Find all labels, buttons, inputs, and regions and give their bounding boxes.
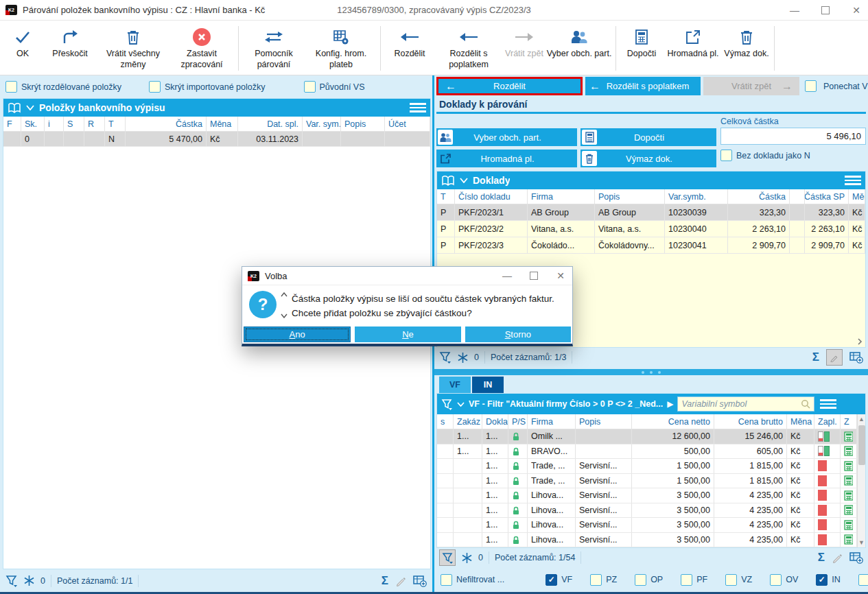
col-r[interactable]: R xyxy=(84,117,105,131)
col-t[interactable]: T xyxy=(105,117,126,131)
scrollbar-thumb[interactable] xyxy=(858,425,865,465)
col-castka[interactable]: Částka xyxy=(728,189,790,204)
col-firma[interactable]: Firma xyxy=(528,414,576,429)
bank-item-row[interactable]: 0 N 5 470,00 Kč 03.11.2023 xyxy=(3,132,430,147)
col-dat-spl[interactable]: Dat. spl. xyxy=(238,117,303,131)
undo-action-button[interactable]: Vrátit zpět → xyxy=(703,77,799,95)
pz-checkbox[interactable] xyxy=(590,574,602,586)
table-menu-icon[interactable] xyxy=(845,176,861,185)
filter-icon[interactable] xyxy=(439,351,451,364)
select-partner-button[interactable]: Vyber obch. part. xyxy=(546,23,612,73)
edit-icon[interactable] xyxy=(832,552,843,563)
no-document-as-n-checkbox[interactable] xyxy=(720,150,732,161)
filter-icon[interactable] xyxy=(441,399,453,410)
cancel-button[interactable]: Storno xyxy=(465,326,571,342)
pd-checkbox[interactable] xyxy=(858,574,868,586)
col-i[interactable]: i xyxy=(45,117,64,131)
col-ps[interactable]: P/S xyxy=(508,414,528,429)
revert-all-button[interactable]: Vrátit všechny změny xyxy=(97,23,169,73)
play-icon[interactable]: ▶ xyxy=(667,399,673,409)
minimize-button[interactable]: — xyxy=(788,5,801,16)
delete-document-action-button[interactable]: Výmaz dok. xyxy=(580,150,716,167)
chevron-down-icon[interactable] xyxy=(457,402,465,407)
skip-button[interactable]: Přeskočit xyxy=(43,23,97,73)
select-partner-action-button[interactable]: Vyber obch. part. xyxy=(436,128,577,146)
filter-icon[interactable] xyxy=(5,575,18,587)
close-button[interactable]: ✕ xyxy=(850,5,863,16)
new-record-icon[interactable] xyxy=(413,575,427,587)
total-amount-input[interactable] xyxy=(720,128,866,145)
recalculate-button[interactable]: Dopočti xyxy=(620,23,664,73)
freeze-icon[interactable] xyxy=(461,552,473,564)
split-with-fee-button[interactable]: Rozdělit s poplatkem xyxy=(435,23,502,73)
nefiltrovat-checkbox[interactable] xyxy=(441,574,452,586)
col-popis[interactable]: Popis xyxy=(595,189,665,204)
col-s[interactable]: S xyxy=(64,117,84,131)
col-mena[interactable]: Měna xyxy=(207,117,238,131)
document-row[interactable]: P PKF/2023/1 AB Group AB Group 10230039 … xyxy=(437,204,865,221)
in-checkbox[interactable] xyxy=(816,574,828,586)
invoice-row[interactable]: 1... Trade, ...Servisní... 1 500,001 815… xyxy=(437,474,857,489)
variable-symbol-input[interactable] xyxy=(681,399,801,409)
delete-document-button[interactable]: Výmaz dok. xyxy=(723,23,771,73)
table-menu-icon[interactable] xyxy=(410,103,426,112)
bulk-payment-action-button[interactable]: Hromadná pl. xyxy=(436,150,577,167)
col-t[interactable]: T xyxy=(437,189,455,204)
pf-checkbox[interactable] xyxy=(681,574,692,586)
document-row[interactable]: P PKF/2023/2 Vitana, a.s. Vitana, a.s. 1… xyxy=(437,221,865,237)
split-button[interactable]: Rozdělit xyxy=(384,23,435,73)
invoice-row[interactable]: 1... Lihova...Servisní... 3 500,004 235,… xyxy=(437,503,857,519)
tab-in[interactable]: IN xyxy=(472,377,504,393)
col-castka[interactable]: Částka xyxy=(126,117,207,131)
stop-processing-button[interactable]: Zastavit zpracování xyxy=(169,23,235,73)
scroll-up-icon[interactable]: ▲ xyxy=(858,414,865,424)
sum-button[interactable]: Σ xyxy=(382,574,388,588)
edit-button[interactable] xyxy=(826,349,843,366)
invoice-row[interactable]: 1... Lihova...Servisní... 3 500,004 235,… xyxy=(437,488,857,503)
original-vs-checkbox[interactable] xyxy=(304,81,316,93)
col-z[interactable]: Z xyxy=(841,414,857,429)
new-record-icon[interactable] xyxy=(849,351,863,364)
chevron-down-icon[interactable] xyxy=(460,178,468,183)
freeze-icon[interactable] xyxy=(457,352,469,364)
invoice-row[interactable]: 1... Lihova...Servisní... 3 500,004 235,… xyxy=(437,518,857,533)
document-row[interactable]: P PKF/2023/3 Čokoládo... Čokoládovny... … xyxy=(437,237,865,254)
table-menu-icon[interactable] xyxy=(820,399,836,409)
col-popis[interactable]: Popis xyxy=(341,117,385,131)
recalculate-action-button[interactable]: Dopočti xyxy=(580,128,716,146)
undo-button[interactable]: Vrátit zpět xyxy=(502,23,546,73)
split-with-fee-action-button[interactable]: ← Rozdělit s poplatkem xyxy=(585,77,701,95)
scroll-down-icon[interactable]: ▼ xyxy=(858,538,865,547)
book-icon[interactable] xyxy=(441,175,455,187)
dialog-minimize-button[interactable]: — xyxy=(501,270,513,281)
ok-button[interactable]: OK xyxy=(3,23,43,73)
chevron-down-icon[interactable] xyxy=(26,105,34,110)
collapse-arrows[interactable] xyxy=(281,291,288,318)
maximize-button[interactable] xyxy=(821,6,830,14)
sum-button[interactable]: Σ xyxy=(812,351,819,364)
col-zakazka[interactable]: Zakáz xyxy=(454,414,482,429)
col-s[interactable]: s xyxy=(437,414,454,429)
dialog-maximize-button[interactable] xyxy=(530,272,538,280)
ov-checkbox[interactable] xyxy=(770,574,782,586)
col-cislo-dokladu[interactable]: Číslo dokladu xyxy=(455,189,528,204)
invoice-row[interactable]: 1... Lihova...Servisní... 3 500,004 235,… xyxy=(437,533,857,548)
tab-vf[interactable]: VF xyxy=(439,377,471,393)
sum-button[interactable]: Σ xyxy=(818,551,825,565)
col-var-symb[interactable]: Var.symb. xyxy=(665,189,728,204)
col-cena-brutto[interactable]: Cena brutto xyxy=(714,414,787,429)
col-castka-sp[interactable]: Částka SP xyxy=(805,189,849,204)
col-var-sym[interactable]: Var. sym. xyxy=(303,117,341,131)
new-record-icon[interactable] xyxy=(849,551,863,564)
col-firma[interactable]: Firma xyxy=(528,189,595,204)
invoice-row[interactable]: 1...1... BRAVO... 500,00605,00 Kč xyxy=(437,444,857,460)
invoice-row[interactable]: 1... Trade, ...Servisní... 1 500,001 815… xyxy=(437,459,857,474)
col-cena-netto[interactable]: Cena netto xyxy=(632,414,714,429)
bulk-payment-config-button[interactable]: Konfig. hrom. plateb xyxy=(305,23,377,73)
book-icon[interactable] xyxy=(8,102,21,114)
col-sk[interactable]: Sk. xyxy=(21,117,45,131)
col-doklad[interactable]: Dokla xyxy=(482,414,508,429)
edit-icon[interactable] xyxy=(395,575,406,586)
bulk-payment-button[interactable]: Hromadná pl. xyxy=(664,23,723,73)
freeze-icon[interactable] xyxy=(23,575,35,586)
